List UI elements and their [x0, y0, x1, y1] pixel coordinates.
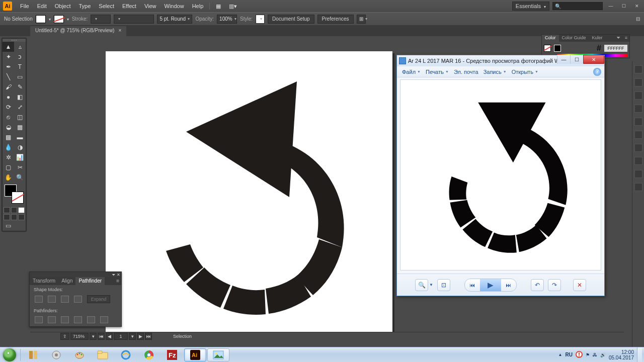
align-to-button[interactable]: ⊞ [357, 15, 366, 24]
wpv-menu-burn[interactable]: Запись▼ [481, 68, 509, 76]
wpv-zoom-button[interactable]: 🔍 [415, 279, 428, 291]
swatches-panel-icon[interactable] [634, 78, 642, 86]
perspective-tool[interactable]: ▦ [14, 122, 26, 132]
color-panel-icon[interactable] [634, 65, 642, 73]
document-tab[interactable]: Untitled-5* @ 715% (RGB/Preview) × [30, 26, 126, 36]
tray-show-hidden-icon[interactable]: ▲ [558, 352, 562, 357]
tray-volume-icon[interactable]: 🔊 [600, 352, 606, 357]
pencil-tool[interactable]: ✎ [14, 82, 26, 92]
minimize-button[interactable]: — [606, 3, 616, 10]
wpv-help-icon[interactable]: ? [593, 68, 601, 76]
close-icon[interactable]: ✕ [117, 273, 120, 277]
tray-network-icon[interactable]: 🖧 [593, 352, 597, 357]
graph-tool[interactable]: 📊 [14, 152, 26, 162]
stroke-weight-input[interactable] [91, 15, 111, 24]
wpv-menu-open[interactable]: Открыть▼ [510, 68, 540, 76]
start-button[interactable] [0, 347, 19, 363]
draw-behind-icon[interactable] [11, 214, 18, 220]
lasso-tool[interactable]: ɔ [14, 52, 26, 62]
fill-stroke-control[interactable] [4, 184, 25, 206]
tab-pathfinder[interactable]: Pathfinder [75, 277, 105, 285]
gradient-tool[interactable]: ▬ [14, 132, 26, 142]
wpv-close-button[interactable]: ✕ [583, 55, 604, 64]
taskbar-ie-icon[interactable] [115, 348, 137, 361]
panel-collapse-icon[interactable]: ⏷ [614, 35, 623, 42]
taskbar-totalcmd-icon[interactable] [22, 348, 44, 361]
menu-select[interactable]: Select [95, 3, 118, 9]
arrange-icon[interactable]: ▥▾ [225, 3, 241, 10]
stroke-panel-icon[interactable] [634, 118, 642, 126]
symbols-panel-icon[interactable] [634, 105, 642, 113]
slice-tool[interactable]: ✂ [14, 162, 26, 172]
artboard[interactable] [106, 51, 392, 338]
trim-icon[interactable] [48, 316, 56, 323]
blob-brush-tool[interactable]: ● [3, 92, 14, 102]
wpv-rotate-ccw-button[interactable]: ↶ [531, 279, 544, 291]
none-mode-icon[interactable] [18, 207, 25, 213]
tab-close-icon[interactable]: × [118, 28, 121, 36]
tray-clock[interactable]: 12:00 05.04.2017 [609, 349, 634, 360]
crop-icon[interactable] [74, 316, 82, 323]
menu-help[interactable]: Help [188, 3, 208, 9]
maximize-button[interactable]: ☐ [619, 3, 629, 10]
control-flyout-icon[interactable]: ⊟ [636, 16, 640, 22]
merge-icon[interactable] [61, 316, 69, 323]
graphic-styles-panel-icon[interactable] [634, 170, 642, 178]
workspace-switcher[interactable]: Essentials [512, 2, 549, 11]
wpv-minimize-button[interactable]: — [557, 55, 570, 64]
panel-menu-icon[interactable]: ≡ [114, 277, 121, 285]
wpv-actual-size-button[interactable]: ⊡ [437, 279, 450, 291]
tab-color[interactable]: Color [542, 35, 559, 42]
layout-icon[interactable]: ▦ [212, 3, 225, 10]
stroke-swatch[interactable] [54, 15, 64, 23]
width-tool[interactable]: ⎋ [3, 112, 14, 122]
scale-tool[interactable]: ⤢ [14, 102, 26, 112]
tab-color-guide[interactable]: Color Guide [559, 35, 589, 42]
eraser-tool[interactable]: ◧ [14, 92, 26, 102]
direct-selection-tool[interactable]: ▵ [14, 42, 26, 52]
shape-builder-tool[interactable]: ◒ [3, 122, 14, 132]
wpv-next-button[interactable]: ⏭ [501, 279, 516, 291]
tab-transform[interactable]: Transform [30, 277, 58, 285]
wpv-titlebar[interactable]: Ar 24 L 2017 MAR 16 - Средство просмотра… [397, 55, 604, 66]
screen-mode-tool[interactable]: ▭ [3, 221, 14, 231]
magic-wand-tool[interactable]: ✦ [3, 52, 14, 62]
expand-button[interactable]: Expand [87, 295, 110, 303]
tab-kuler[interactable]: Kuler [589, 35, 606, 42]
exclude-icon[interactable] [74, 296, 82, 303]
taskbar-media-icon[interactable] [45, 348, 67, 361]
taskbar-chrome-icon[interactable] [138, 348, 160, 361]
layers-panel-icon[interactable] [634, 183, 642, 191]
wpv-maximize-button[interactable]: ☐ [570, 55, 583, 64]
blend-tool[interactable]: ◑ [14, 142, 26, 152]
last-artboard-button[interactable]: ⏭ [145, 333, 152, 340]
artboard-number[interactable]: 1 [114, 333, 128, 340]
artboard-dropdown[interactable]: ▾ [129, 333, 136, 340]
draw-inside-icon[interactable] [18, 214, 25, 220]
pen-tool[interactable]: ✒ [3, 62, 14, 72]
menu-file[interactable]: File [16, 3, 33, 9]
transparency-panel-icon[interactable] [634, 144, 642, 152]
wpv-prev-button[interactable]: ⏮ [465, 279, 480, 291]
hand-tool[interactable]: ✋ [3, 172, 14, 183]
intersect-icon[interactable] [61, 296, 69, 303]
taskbar-photoviewer-icon[interactable] [207, 348, 229, 361]
paintbrush-tool[interactable]: 🖌 [3, 82, 14, 92]
chevron-down-icon[interactable] [49, 16, 51, 22]
fill-swatch[interactable] [36, 15, 46, 23]
mesh-tool[interactable]: ▩ [3, 132, 14, 142]
selection-tool[interactable]: ▲ [3, 42, 14, 52]
appearance-panel-icon[interactable] [634, 157, 642, 165]
wpv-menu-print[interactable]: Печать▼ [424, 68, 451, 76]
outline-icon[interactable] [87, 316, 95, 323]
tray-security-icon[interactable] [576, 351, 583, 359]
prev-artboard-button[interactable]: ◀ [106, 333, 113, 340]
line-tool[interactable]: ╲ [3, 72, 14, 82]
taskbar-filezilla-icon[interactable]: Fz [161, 348, 183, 361]
tab-align[interactable]: Align [58, 277, 75, 285]
symbol-sprayer-tool[interactable]: ✲ [3, 152, 14, 162]
gradient-panel-icon[interactable] [634, 131, 642, 139]
export-icon[interactable]: ⇪ [60, 333, 69, 340]
zoom-tool[interactable]: 🔍 [14, 172, 26, 183]
rectangle-tool[interactable]: ▭ [14, 72, 26, 82]
